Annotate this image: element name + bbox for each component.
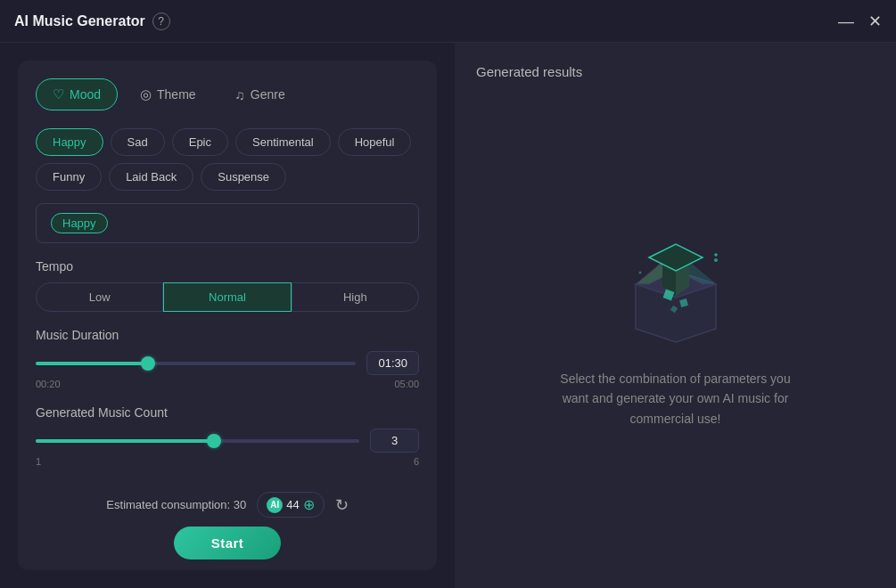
music-count-section: Generated Music Count 3 1 6 <box>36 405 419 467</box>
music-duration-thumb[interactable] <box>141 356 155 371</box>
svg-point-10 <box>714 258 718 262</box>
add-credits-icon[interactable]: ⊕ <box>303 496 315 513</box>
tab-theme-label: Theme <box>157 87 196 102</box>
selected-mood-display: Happy <box>36 203 419 243</box>
music-duration-row: 01:30 <box>36 351 419 375</box>
music-duration-track-container[interactable] <box>36 355 356 372</box>
music-duration-max: 05:00 <box>394 379 419 389</box>
mood-funny[interactable]: Funny <box>36 163 102 191</box>
help-button[interactable]: ? <box>152 12 170 30</box>
music-duration-min: 00:20 <box>36 379 61 389</box>
music-count-max: 6 <box>414 456 419 467</box>
titlebar: AI Music Generator ? — ✕ <box>0 0 896 43</box>
music-count-track <box>36 439 359 443</box>
mood-suspense[interactable]: Suspense <box>201 163 286 191</box>
tab-mood[interactable]: ♡ Mood <box>36 78 118 110</box>
app-title: AI Music Generator <box>14 13 145 29</box>
tab-genre-label: Genre <box>251 87 285 102</box>
results-empty-text: Select the combination of parameters you… <box>551 369 801 429</box>
tab-bar: ♡ Mood ◎ Theme ♫ Genre <box>36 78 419 110</box>
tab-genre[interactable]: ♫ Genre <box>218 78 302 110</box>
music-count-min: 1 <box>36 456 41 467</box>
svg-point-11 <box>638 271 641 274</box>
music-count-fill <box>36 439 214 443</box>
consumption-text: Estimated consumption: 30 <box>106 498 246 511</box>
mood-epic[interactable]: Epic <box>172 128 228 156</box>
panel-content: ♡ Mood ◎ Theme ♫ Genre Happy Sad Epic Se… <box>18 61 437 570</box>
credit-icon: AI <box>267 497 283 513</box>
music-duration-labels: 00:20 05:00 <box>36 379 419 389</box>
music-duration-label: Music Duration <box>36 328 419 342</box>
close-button[interactable]: ✕ <box>868 13 882 29</box>
mood-sentimental[interactable]: Sentimental <box>235 128 331 156</box>
music-count-track-container[interactable] <box>36 432 359 450</box>
music-count-label: Generated Music Count <box>36 405 419 420</box>
tempo-normal[interactable]: Normal <box>163 282 291 312</box>
mood-options: Happy Sad Epic Sentimental Hopeful Funny… <box>36 128 419 191</box>
music-count-row: 3 <box>36 429 419 453</box>
refresh-button[interactable]: ↻ <box>335 495 349 515</box>
minimize-button[interactable]: — <box>838 13 854 29</box>
mood-laid-back[interactable]: Laid Back <box>109 163 193 191</box>
box-illustration <box>618 235 734 351</box>
window-controls: — ✕ <box>838 13 882 29</box>
right-panel: Generated results <box>455 43 896 588</box>
mood-hopeful[interactable]: Hopeful <box>338 128 412 156</box>
music-duration-section: Music Duration 01:30 00:20 05:00 <box>36 328 419 389</box>
tempo-low[interactable]: Low <box>36 282 163 312</box>
tempo-options: Low Normal High <box>36 282 419 312</box>
music-duration-value: 01:30 <box>366 351 419 375</box>
tab-mood-label: Mood <box>70 87 101 102</box>
theme-icon: ◎ <box>140 86 152 102</box>
mood-happy[interactable]: Happy <box>36 128 103 156</box>
music-count-value: 3 <box>370 429 419 453</box>
music-duration-fill <box>36 362 148 365</box>
music-count-thumb[interactable] <box>207 434 221 448</box>
main-layout: ♡ Mood ◎ Theme ♫ Genre Happy Sad Epic Se… <box>0 43 896 588</box>
credit-badge: AI 44 ⊕ <box>257 492 324 518</box>
bottom-controls: Estimated consumption: 30 AI 44 ⊕ ↻ <box>36 483 419 518</box>
results-title: Generated results <box>476 64 875 79</box>
results-illustration: Select the combination of parameters you… <box>476 97 875 567</box>
left-panel: ♡ Mood ◎ Theme ♫ Genre Happy Sad Epic Se… <box>0 43 455 588</box>
mood-sad[interactable]: Sad <box>111 128 165 156</box>
titlebar-left: AI Music Generator ? <box>14 12 170 30</box>
tab-theme[interactable]: ◎ Theme <box>123 78 213 110</box>
selected-mood-tag: Happy <box>51 213 108 233</box>
start-button[interactable]: Start <box>174 527 281 559</box>
mood-icon: ♡ <box>53 86 64 102</box>
tempo-label: Tempo <box>36 259 419 274</box>
credit-count: 44 <box>286 498 299 511</box>
music-count-labels: 1 6 <box>36 456 419 467</box>
music-duration-track <box>36 362 356 365</box>
tempo-high[interactable]: High <box>292 282 419 312</box>
genre-icon: ♫ <box>235 87 245 102</box>
